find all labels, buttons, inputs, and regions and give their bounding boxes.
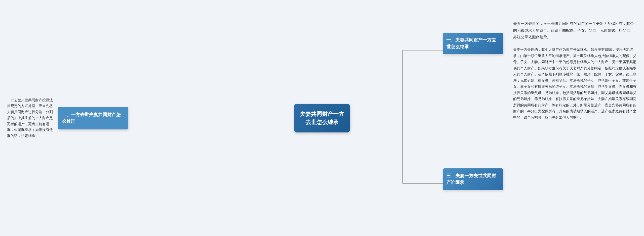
right-top-text-box: 夫妻一方去世的，应当先将共同所有的财产的一半分出为配偶所有，其余的为被继承人的遗…	[513, 20, 634, 40]
mind-map-canvas: 一方去世夫妻共同财产按照法律规定的方式处理，应当先将夫妻共同财产进行分割，分割后…	[0, 0, 644, 236]
right-bottom-node-label: 三、夫妻一方去世共同财产谁继承	[446, 173, 496, 185]
right-top-node[interactable]: 一、夫妻共同财产一方去世怎么继承	[443, 33, 503, 54]
right-bottom-text-box: 夫妻一方去世的，其个人财产作为遗产开始继承。如果没有遗嘱，按照法定继承，由第一顺…	[513, 46, 636, 120]
right-top-text-content: 夫妻一方去世的，应当先将共同所有的财产的一半分出为配偶所有，其余的为被继承人的遗…	[513, 21, 634, 39]
center-node[interactable]: 夫妻共同财产一方去世怎么继承	[294, 104, 350, 132]
left-node[interactable]: 二、一方去世夫妻共同财产怎么处理	[58, 107, 128, 129]
right-top-node-label: 一、夫妻共同财产一方去世怎么继承	[446, 37, 496, 49]
right-bottom-text-content: 夫妻一方去世的，其个人财产作为遗产开始继承。如果没有遗嘱，按照法定继承，由第一顺…	[513, 48, 636, 119]
right-bottom-node[interactable]: 三、夫妻一方去世共同财产谁继承	[443, 168, 503, 190]
center-title: 夫妻共同财产一方去世怎么继承	[300, 111, 344, 125]
left-text-content: 一方去世夫妻共同财产按照法律规定的方式处理，应当先将夫妻共同财产进行分割，分割后…	[7, 98, 53, 138]
left-node-label: 二、一方去世夫妻共同财产怎么处理	[62, 112, 121, 124]
left-text-box: 一方去世夫妻共同财产按照法律规定的方式处理，应当先将夫妻共同财产进行分割，分割后…	[7, 97, 55, 139]
